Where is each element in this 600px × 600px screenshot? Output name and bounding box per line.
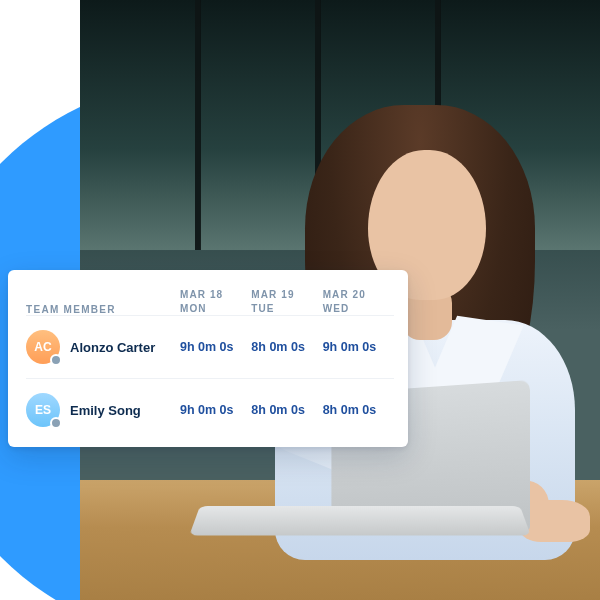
col-header-team-member: TEAM MEMBER <box>26 304 180 315</box>
col-header-day-2: MAR 20 WED <box>323 288 394 315</box>
table-row[interactable]: AC Alonzo Carter 9h 0m 0s 8h 0m 0s 9h 0m… <box>26 315 394 378</box>
col-header-date: MAR 19 <box>251 289 294 300</box>
col-header-date: MAR 20 <box>323 289 366 300</box>
table-header-row: TEAM MEMBER MAR 18 MON MAR 19 TUE MAR 20… <box>26 288 394 315</box>
time-cell: 8h 0m 0s <box>251 340 322 354</box>
col-header-day-0: MAR 18 MON <box>180 288 251 315</box>
time-cell: 9h 0m 0s <box>323 340 394 354</box>
table-row[interactable]: ES Emily Song 9h 0m 0s 8h 0m 0s 8h 0m 0s <box>26 378 394 441</box>
member-name[interactable]: Emily Song <box>70 403 141 418</box>
avatar[interactable]: AC <box>26 330 60 364</box>
avatar-initials: ES <box>35 403 51 417</box>
member-cell[interactable]: AC Alonzo Carter <box>26 330 180 364</box>
avatar-initials: AC <box>34 340 51 354</box>
member-name[interactable]: Alonzo Carter <box>70 340 155 355</box>
time-cell: 8h 0m 0s <box>323 403 394 417</box>
avatar[interactable]: ES <box>26 393 60 427</box>
time-tracking-card: TEAM MEMBER MAR 18 MON MAR 19 TUE MAR 20… <box>8 270 408 447</box>
time-cell: 9h 0m 0s <box>180 403 251 417</box>
col-header-dow: MON <box>180 302 251 316</box>
col-header-date: MAR 18 <box>180 289 223 300</box>
member-cell[interactable]: ES Emily Song <box>26 393 180 427</box>
status-dot-icon <box>50 417 62 429</box>
status-dot-icon <box>50 354 62 366</box>
time-cell: 8h 0m 0s <box>251 403 322 417</box>
time-cell: 9h 0m 0s <box>180 340 251 354</box>
col-header-dow: TUE <box>251 302 322 316</box>
col-header-day-1: MAR 19 TUE <box>251 288 322 315</box>
col-header-dow: WED <box>323 302 394 316</box>
